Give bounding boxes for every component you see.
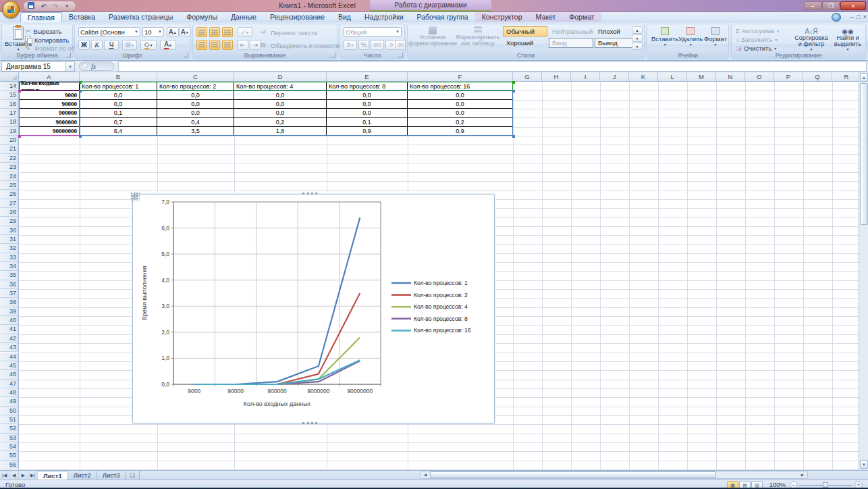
insert-worksheet-button[interactable]: ❏: [126, 471, 140, 480]
page-break-view-button[interactable]: ▥: [751, 481, 763, 489]
page-layout-view-button[interactable]: ▤: [739, 481, 751, 489]
tab-Надстройки[interactable]: Надстройки: [358, 12, 410, 22]
tab-Данные[interactable]: Данные: [224, 12, 263, 22]
column-header-N[interactable]: N: [716, 72, 745, 82]
horizontal-scrollbar[interactable]: ◀ ▶: [420, 471, 808, 479]
shrink-font-button[interactable]: А▼: [179, 27, 191, 37]
table-header-cell[interactable]: Кол-во входных данных: [19, 82, 80, 91]
row-header-56[interactable]: 56: [0, 461, 19, 469]
row-header-31[interactable]: 31: [0, 235, 19, 244]
row-header-48[interactable]: 48: [0, 388, 19, 397]
cell-style-Хороший[interactable]: Хороший: [503, 38, 547, 48]
qat-customize-button[interactable]: ▼: [62, 2, 72, 11]
table-cell-value[interactable]: 0,0: [157, 100, 234, 109]
doc-minimize-button[interactable]: –: [850, 14, 854, 20]
column-header-F[interactable]: F: [408, 72, 513, 82]
column-header-D[interactable]: D: [234, 72, 327, 82]
tab-Конструктор[interactable]: Конструктор: [475, 12, 529, 22]
row-header-54[interactable]: 54: [0, 442, 19, 451]
row-header-34[interactable]: 34: [0, 262, 19, 271]
chart-series-line[interactable]: [194, 360, 360, 384]
fill-color-button[interactable]: ◇▼: [140, 40, 157, 50]
office-button[interactable]: [2, 1, 20, 18]
column-header-G[interactable]: G: [513, 72, 542, 82]
accounting-format-button[interactable]: ¤▼: [344, 40, 357, 50]
font-name-combo[interactable]: Calibri (Основн▼: [78, 27, 140, 36]
table-cell-value[interactable]: 0,0: [408, 109, 513, 118]
row-header-55[interactable]: 55: [0, 451, 19, 460]
insert-function-area[interactable]: fx: [79, 61, 114, 71]
align-bottom-button[interactable]: [222, 27, 233, 37]
bold-button[interactable]: Ж: [78, 40, 90, 50]
column-header-H[interactable]: H: [542, 72, 571, 82]
row-header-25[interactable]: 25: [0, 181, 19, 190]
row-header-53[interactable]: 53: [0, 434, 19, 442]
column-header-L[interactable]: L: [658, 72, 687, 82]
table-cell-value[interactable]: 0,2: [408, 118, 513, 126]
save-button[interactable]: [28, 2, 37, 11]
insert-cells-button[interactable]: Вставить▼: [651, 27, 678, 47]
row-header-24[interactable]: 24: [0, 172, 19, 181]
table-header-cell[interactable]: Кол-во процессов: 1: [80, 82, 157, 91]
table-header-cell[interactable]: Кол-во процессов: 8: [327, 82, 408, 91]
chart-handle-bottom[interactable]: [302, 422, 317, 424]
row-header-52[interactable]: 52: [0, 424, 19, 433]
row-header-30[interactable]: 30: [0, 226, 19, 235]
row-header-40[interactable]: 40: [0, 316, 19, 325]
format-cells-button[interactable]: Формат▼: [704, 27, 727, 47]
legend-label[interactable]: Кол-во процессов: 1: [414, 280, 468, 286]
column-header-Q[interactable]: Q: [803, 72, 832, 82]
row-header-35[interactable]: 35: [0, 271, 19, 280]
underline-button[interactable]: Ч: [104, 40, 119, 50]
row-header-39[interactable]: 39: [0, 307, 19, 316]
grow-font-button[interactable]: А▲: [167, 27, 179, 37]
zoom-in-button[interactable]: +: [855, 481, 863, 489]
column-header-J[interactable]: J: [600, 72, 629, 82]
last-sheet-button[interactable]: ▶|: [28, 471, 38, 480]
orientation-button[interactable]: ⟋▼: [238, 27, 252, 37]
table-cell-value[interactable]: 0,0: [327, 100, 408, 109]
row-header-49[interactable]: 49: [0, 397, 19, 406]
doc-close-button[interactable]: ×: [863, 14, 867, 20]
number-dialog-launcher[interactable]: [398, 53, 403, 57]
row-header-23[interactable]: 23: [0, 163, 19, 172]
gallery-more-button[interactable]: ▼: [632, 43, 643, 50]
number-format-combo[interactable]: Общий▼: [344, 27, 402, 36]
row-header-44[interactable]: 44: [0, 353, 19, 361]
row-header-47[interactable]: 47: [0, 380, 19, 388]
name-box[interactable]: Диаграмма 15: [1, 61, 66, 72]
normal-view-button[interactable]: ▦: [727, 481, 738, 489]
font-size-combo[interactable]: 10▼: [142, 27, 164, 36]
table-cell-value[interactable]: 0,9: [408, 127, 513, 136]
cell-style-Ввод[interactable]: Ввод: [549, 38, 593, 48]
chart-object[interactable]: 0,01,02,03,04,05,06,07,09000900009000009…: [132, 194, 495, 423]
increase-indent-button[interactable]: ⇥: [250, 40, 261, 50]
clipboard-dialog-launcher[interactable]: [66, 53, 71, 57]
delete-cells-button[interactable]: Удалить▼: [678, 27, 703, 47]
align-top-button[interactable]: [196, 27, 207, 37]
column-header-C[interactable]: C: [157, 72, 234, 82]
row-header-28[interactable]: 28: [0, 208, 19, 217]
scroll-right-button[interactable]: ▶: [798, 472, 807, 478]
tab-Формулы[interactable]: Формулы: [180, 12, 224, 22]
cell-style-Нейтральный[interactable]: Нейтральный: [549, 26, 593, 36]
legend-label[interactable]: Кол-во процессов: 16: [414, 327, 471, 334]
legend-label[interactable]: Кол-во процессов: 2: [414, 292, 468, 299]
column-header-M[interactable]: M: [687, 72, 716, 82]
column-header-E[interactable]: E: [327, 72, 408, 82]
row-header-51[interactable]: 51: [0, 415, 19, 424]
row-header-17[interactable]: 17: [0, 109, 19, 118]
row-header-50[interactable]: 50: [0, 407, 19, 415]
row-header-29[interactable]: 29: [0, 217, 19, 226]
table-cell-value[interactable]: 0,1: [80, 109, 157, 118]
chart-handle-bottomright[interactable]: [133, 195, 140, 201]
first-sheet-button[interactable]: |◀: [0, 471, 9, 480]
minimize-button[interactable]: –: [804, 1, 821, 10]
table-cell-value[interactable]: 0,0: [157, 91, 234, 99]
wrap-text-button[interactable]: ⏎Перенос текста: [261, 28, 317, 36]
row-header-33[interactable]: 33: [0, 253, 19, 262]
decrease-decimal-button[interactable]: ,00: [395, 40, 406, 50]
table-cell-value[interactable]: 0,4: [157, 118, 234, 126]
chart-handle-top[interactable]: [302, 192, 317, 195]
table-cell-value[interactable]: 0,0: [327, 109, 408, 118]
